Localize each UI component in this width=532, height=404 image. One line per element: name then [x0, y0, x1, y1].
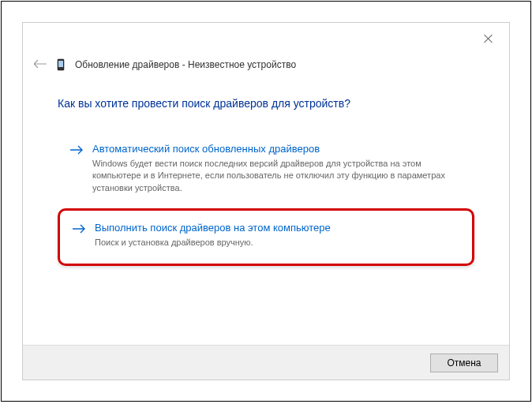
wizard-title: Обновление драйверов - Неизвестное устро… [75, 59, 296, 70]
device-icon [56, 58, 66, 72]
wizard-question: Как вы хотите провести поиск драйверов д… [58, 97, 474, 110]
option-manual-desc: Поиск и установка драйверов вручную. [95, 237, 459, 249]
option-auto-search[interactable]: Автоматический поиск обновленных драйвер… [58, 135, 474, 205]
arrow-right-icon [73, 223, 87, 234]
option-body: Автоматический поиск обновленных драйвер… [92, 143, 462, 194]
option-auto-desc: Windows будет вести поиск последних верс… [92, 158, 462, 194]
wizard-panel: Обновление драйверов - Неизвестное устро… [22, 22, 510, 380]
option-manual-search[interactable]: Выполнить поиск драйверов на этом компью… [58, 208, 474, 265]
wizard-content: Как вы хотите провести поиск драйверов д… [58, 97, 474, 269]
wizard-footer: Отмена [23, 345, 509, 380]
option-auto-title: Автоматический поиск обновленных драйвер… [92, 143, 462, 155]
wizard-outer-frame: Обновление драйверов - Неизвестное устро… [1, 1, 531, 402]
option-manual-title: Выполнить поиск драйверов на этом компью… [95, 222, 459, 234]
svg-rect-1 [58, 61, 63, 67]
wizard-header: Обновление драйверов - Неизвестное устро… [34, 58, 296, 72]
option-body: Выполнить поиск драйверов на этом компью… [95, 222, 459, 249]
arrow-right-icon [70, 144, 84, 155]
cancel-button[interactable]: Отмена [430, 354, 498, 372]
close-icon[interactable] [484, 34, 493, 43]
back-arrow-icon[interactable] [34, 60, 47, 69]
